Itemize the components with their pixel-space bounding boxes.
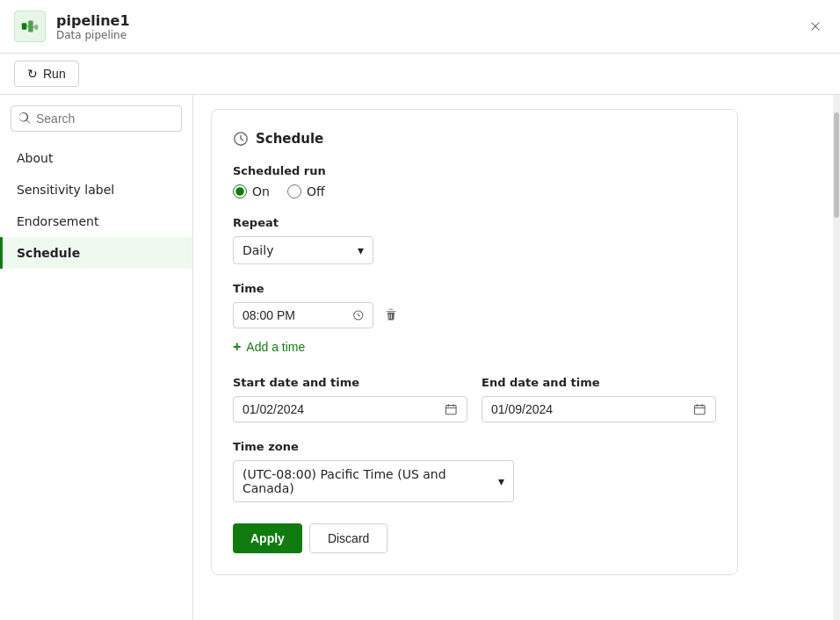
add-time-label: Add a time [246, 340, 305, 354]
sidebar-item-about[interactable]: About [0, 142, 192, 174]
radio-on-option[interactable]: On [233, 184, 270, 198]
sidebar-item-label: Sensitivity label [17, 183, 114, 197]
time-input[interactable] [243, 308, 345, 322]
timezone-section: Time zone (UTC-08:00) Pacific Time (US a… [233, 440, 716, 502]
timezone-dropdown[interactable]: (UTC-08:00) Pacific Time (US and Canada)… [233, 460, 514, 502]
timezone-label: Time zone [233, 440, 716, 453]
svg-rect-3 [26, 26, 28, 27]
search-icon [18, 112, 31, 125]
repeat-section: Repeat Daily ▾ [233, 216, 716, 264]
sidebar-item-endorsement[interactable]: Endorsement [0, 205, 192, 237]
action-row: Apply Discard [233, 523, 716, 553]
dates-section: Start date and time End date and time [233, 376, 716, 422]
close-button[interactable] [805, 16, 826, 37]
start-date-input[interactable] [243, 402, 438, 416]
sidebar-item-label: About [17, 151, 53, 165]
scheduled-run-radio-group: On Off [233, 184, 716, 198]
plus-icon: + [233, 339, 241, 355]
sidebar-item-schedule[interactable]: Schedule [0, 237, 192, 269]
end-date-input-wrap[interactable] [482, 396, 716, 422]
clock-icon [233, 131, 249, 147]
schedule-card: Schedule Scheduled run On Off [211, 109, 738, 575]
scrollbar-thumb[interactable] [834, 112, 839, 218]
main-layout: About Sensitivity label Endorsement Sche… [0, 95, 840, 620]
calendar-start-icon [445, 402, 458, 416]
header-title: pipeline1 Data pipeline [56, 12, 130, 41]
time-row [233, 302, 716, 328]
content-area: Schedule Scheduled run On Off [193, 95, 833, 620]
time-input-wrap[interactable] [233, 302, 373, 328]
radio-off-input[interactable] [287, 184, 301, 198]
run-label: Run [43, 67, 66, 81]
pipeline-icon [14, 11, 46, 42]
sidebar-item-label: Schedule [17, 246, 80, 260]
scheduled-run-label: Scheduled run [233, 164, 716, 177]
search-input[interactable] [36, 112, 174, 126]
calendar-end-icon [693, 402, 706, 416]
schedule-section-header: Schedule [233, 131, 716, 147]
chevron-down-icon: ▾ [358, 243, 364, 257]
svg-rect-8 [695, 406, 706, 415]
svg-rect-2 [35, 25, 39, 30]
delete-time-button[interactable] [380, 305, 402, 326]
sidebar: About Sensitivity label Endorsement Sche… [0, 95, 193, 620]
end-date-label: End date and time [482, 376, 716, 389]
toolbar: ↻ Run [0, 54, 840, 95]
discard-button[interactable]: Discard [309, 523, 387, 553]
tz-chevron-icon: ▾ [498, 474, 504, 488]
radio-off-option[interactable]: Off [287, 184, 325, 198]
repeat-label: Repeat [233, 216, 716, 229]
start-date-input-wrap[interactable] [233, 396, 467, 422]
repeat-dropdown[interactable]: Daily ▾ [233, 236, 373, 264]
run-button[interactable]: ↻ Run [14, 61, 79, 87]
schedule-title: Schedule [256, 131, 323, 147]
svg-rect-4 [33, 26, 35, 27]
sidebar-item-sensitivity[interactable]: Sensitivity label [0, 174, 192, 205]
trash-icon [384, 308, 398, 322]
radio-off-label: Off [307, 184, 325, 198]
apply-button[interactable]: Apply [233, 523, 302, 553]
app-subtitle: Data pipeline [56, 29, 130, 41]
header: pipeline1 Data pipeline [0, 0, 840, 54]
start-date-label: Start date and time [233, 376, 467, 389]
scrollbar-track [833, 95, 840, 620]
date-row: Start date and time End date and time [233, 376, 716, 422]
end-date-field: End date and time [482, 376, 716, 422]
add-time-button[interactable]: + Add a time [233, 335, 305, 358]
search-box[interactable] [11, 105, 182, 132]
sidebar-item-label: Endorsement [17, 214, 98, 228]
clock-small-icon [352, 308, 365, 322]
radio-on-input[interactable] [233, 184, 247, 198]
svg-rect-7 [446, 406, 457, 415]
refresh-icon: ↻ [27, 67, 38, 81]
end-date-input[interactable] [491, 402, 686, 416]
start-date-field: Start date and time [233, 376, 467, 422]
timezone-value: (UTC-08:00) Pacific Time (US and Canada) [243, 467, 498, 495]
radio-on-label: On [252, 184, 270, 198]
svg-rect-1 [28, 21, 33, 32]
time-label: Time [233, 282, 716, 295]
scheduled-run-section: Scheduled run On Off [233, 164, 716, 198]
header-left: pipeline1 Data pipeline [14, 11, 130, 42]
svg-rect-0 [22, 23, 27, 29]
repeat-value: Daily [243, 243, 273, 257]
time-section: Time + [233, 282, 716, 358]
app-name: pipeline1 [56, 12, 130, 29]
